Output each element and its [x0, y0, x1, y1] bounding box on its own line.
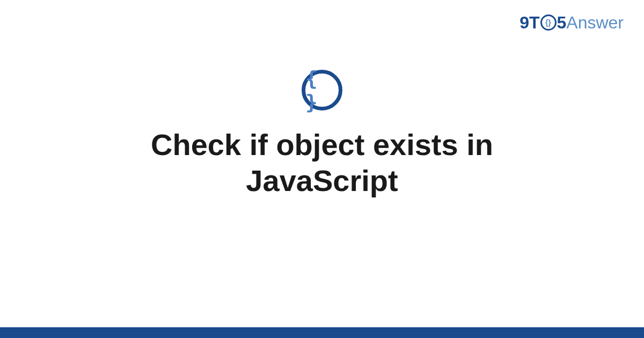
logo-text-9t: 9T	[519, 13, 539, 33]
code-braces-icon: { }	[305, 67, 339, 114]
main-content: { } Check if object exists in JavaScript	[0, 70, 644, 199]
braces-icon: {}	[545, 19, 551, 26]
page-title: Check if object exists in JavaScript	[80, 127, 564, 199]
logo-circle-icon: {}	[540, 14, 557, 31]
logo-text-5: 5	[557, 13, 567, 33]
topic-icon-circle: { }	[302, 70, 342, 111]
site-logo: 9T {} 5 Answer	[519, 13, 624, 33]
logo-text-answer: Answer	[566, 13, 624, 33]
footer-bar	[0, 327, 644, 338]
